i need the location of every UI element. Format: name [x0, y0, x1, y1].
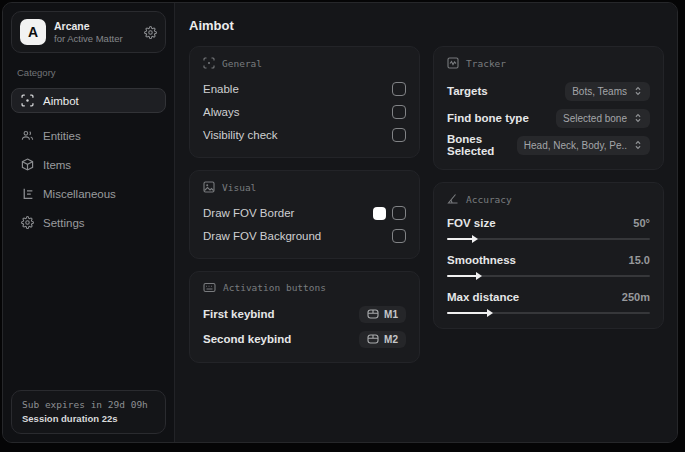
setting-row-enable: Enable — [203, 78, 406, 100]
panel-title: General — [222, 58, 262, 69]
mouse-icon — [367, 334, 379, 344]
setting-row-find-bone-type: Find bone type Selected bone — [447, 105, 650, 131]
mouse-icon — [367, 309, 379, 319]
slider-group-fov-size: FOV size 50° — [447, 214, 650, 243]
panel-title: Tracker — [466, 58, 506, 69]
slider-group-smoothness: Smoothness 15.0 — [447, 251, 650, 280]
brand-card: A Arcane for Active Matter — [11, 11, 166, 53]
slider-thumb[interactable] — [487, 309, 493, 317]
draw-fov-border-checkbox[interactable] — [392, 206, 406, 220]
panel-visual: Visual Draw FOV Border Draw FOV Backgrou… — [189, 170, 420, 259]
keyboard-icon — [203, 282, 216, 293]
sidebar: A Arcane for Active Matter Category Aimb… — [3, 3, 175, 442]
setting-label: FOV size — [447, 217, 496, 229]
image-icon — [203, 181, 215, 193]
gear-icon[interactable] — [144, 26, 157, 39]
sidebar-item-label: Items — [43, 159, 71, 171]
setting-row-bones-selected: Bones Selected Head, Neck, Body, Pe.. — [447, 132, 650, 158]
sidebar-item-label: Entities — [43, 130, 81, 142]
panel-tracker: Tracker Targets Bots, Teams Find bone ty… — [433, 46, 664, 170]
setting-row-first-keybind: First keybind M1 — [203, 302, 406, 326]
panel-general: General Enable Always Visibility check — [189, 46, 420, 158]
setting-label: Enable — [203, 83, 239, 95]
chevron-up-down-icon — [633, 140, 643, 150]
setting-label: Bones Selected — [447, 133, 517, 157]
second-keybind-button[interactable]: M2 — [359, 331, 406, 348]
tracker-icon — [447, 57, 459, 69]
visibility-check-checkbox[interactable] — [392, 128, 406, 142]
slider-thumb[interactable] — [476, 272, 482, 280]
chevron-up-down-icon — [633, 86, 643, 96]
panel-title: Activation buttons — [223, 282, 326, 293]
setting-label: First keybind — [203, 308, 275, 320]
slider-group-max-distance: Max distance 250m — [447, 288, 650, 317]
setting-label: Max distance — [447, 291, 519, 303]
setting-row-visibility-check: Visibility check — [203, 124, 406, 146]
setting-label: Draw FOV Border — [203, 207, 294, 219]
cube-icon — [21, 158, 34, 171]
panel-title: Accuracy — [466, 194, 512, 205]
sidebar-item-aimbot[interactable]: Aimbot — [11, 88, 166, 113]
chevron-up-down-icon — [633, 113, 643, 123]
setting-label: Second keybind — [203, 333, 291, 345]
setting-label: Smoothness — [447, 254, 516, 266]
slider-value: 250m — [622, 291, 650, 303]
max-distance-slider[interactable] — [447, 309, 650, 317]
keybind-value: M2 — [384, 334, 398, 345]
setting-row-draw-fov-border: Draw FOV Border — [203, 202, 406, 224]
setting-label: Draw FOV Background — [203, 230, 321, 242]
main-content: Aimbot General Enable — [175, 3, 677, 442]
page-title: Aimbot — [189, 18, 664, 33]
sidebar-item-settings[interactable]: Settings — [11, 210, 166, 235]
dropdown-value: Bots, Teams — [572, 86, 627, 97]
angle-icon — [447, 193, 459, 205]
fov-size-slider[interactable] — [447, 235, 650, 243]
color-swatch[interactable] — [373, 207, 386, 220]
panel-title: Visual — [222, 182, 256, 193]
bones-selected-dropdown[interactable]: Head, Neck, Body, Pe.. — [517, 136, 650, 155]
sidebar-item-entities[interactable]: Entities — [11, 123, 166, 148]
sidebar-item-miscellaneous[interactable]: Miscellaneous — [11, 181, 166, 206]
panel-accuracy: Accuracy FOV size 50° — [433, 182, 664, 329]
setting-label: Always — [203, 106, 239, 118]
draw-fov-background-checkbox[interactable] — [392, 229, 406, 243]
gear-icon — [21, 216, 34, 229]
dropdown-value: Selected bone — [563, 113, 627, 124]
subscription-card: Sub expires in 29d 09h Session duration … — [11, 390, 166, 435]
panel-activation-buttons: Activation buttons First keybind M1 Seco… — [189, 271, 420, 363]
setting-label: Find bone type — [447, 112, 529, 124]
slider-thumb[interactable] — [472, 235, 478, 243]
sidebar-item-label: Settings — [43, 217, 85, 229]
setting-label: Targets — [447, 85, 488, 97]
entities-icon — [21, 129, 34, 142]
sidebar-item-items[interactable]: Items — [11, 152, 166, 177]
app-window: A Arcane for Active Matter Category Aimb… — [2, 2, 678, 443]
sidebar-item-label: Miscellaneous — [43, 188, 116, 200]
setting-row-second-keybind: Second keybind M2 — [203, 327, 406, 351]
targets-dropdown[interactable]: Bots, Teams — [565, 82, 650, 101]
always-checkbox[interactable] — [392, 105, 406, 119]
setting-row-always: Always — [203, 101, 406, 123]
slider-value: 15.0 — [629, 254, 650, 266]
first-keybind-button[interactable]: M1 — [359, 306, 406, 323]
smoothness-slider[interactable] — [447, 272, 650, 280]
enable-checkbox[interactable] — [392, 82, 406, 96]
scan-icon — [203, 57, 215, 69]
sidebar-nav: Aimbot Entities Items Miscellaneous — [11, 88, 166, 235]
crosshair-icon — [21, 94, 34, 107]
find-bone-type-dropdown[interactable]: Selected bone — [556, 109, 650, 128]
brand-name: Arcane — [54, 20, 136, 33]
list-icon — [21, 187, 34, 200]
setting-label: Visibility check — [203, 129, 278, 141]
setting-row-targets: Targets Bots, Teams — [447, 78, 650, 104]
session-duration-text: Session duration 22s — [22, 412, 155, 426]
setting-row-draw-fov-background: Draw FOV Background — [203, 225, 406, 247]
dropdown-value: Head, Neck, Body, Pe.. — [524, 140, 627, 151]
slider-value: 50° — [633, 217, 650, 229]
brand-tagline: for Active Matter — [54, 33, 136, 45]
category-label: Category — [17, 67, 160, 78]
app-logo: A — [20, 19, 46, 45]
sub-expires-text: Sub expires in 29d 09h — [22, 398, 155, 412]
keybind-value: M1 — [384, 309, 398, 320]
sidebar-item-label: Aimbot — [43, 95, 79, 107]
